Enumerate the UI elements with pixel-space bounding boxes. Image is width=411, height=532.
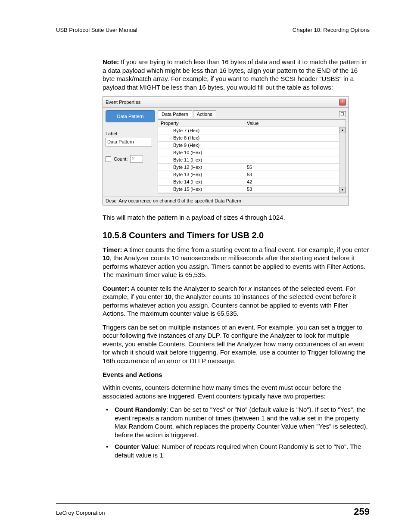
counter-label: Counter: bbox=[103, 285, 130, 292]
pin-icon[interactable] bbox=[339, 111, 346, 117]
counter-italic: x bbox=[248, 285, 252, 292]
cell-property: Byte 10 (Hex) bbox=[158, 149, 244, 156]
table-row[interactable]: Byte 10 (Hex) bbox=[158, 149, 346, 156]
counter-bold: 10 bbox=[164, 293, 171, 300]
scrollbar[interactable]: ▴ ▾ bbox=[339, 127, 346, 193]
cell-value[interactable]: 55 bbox=[244, 164, 346, 171]
count-checkbox[interactable] bbox=[106, 156, 111, 162]
cell-value[interactable] bbox=[244, 127, 346, 134]
data-pattern-button[interactable]: Data Pattern bbox=[106, 110, 155, 122]
event-properties-window: Event Properties × Data Pattern Label: D… bbox=[103, 96, 349, 205]
note-label: Note: bbox=[103, 58, 119, 65]
cell-property: Byte 14 (Hex) bbox=[158, 178, 244, 185]
table-row[interactable]: Byte 12 (Hex)55 bbox=[158, 164, 346, 171]
page-header: USB Protocol Suite User Manual Chapter 1… bbox=[56, 27, 370, 36]
header-left: USB Protocol Suite User Manual bbox=[56, 27, 137, 33]
cell-property: Byte 8 (Hex) bbox=[158, 134, 244, 141]
property-table: Property Value Byte 7 (Hex) Byte 8 (Hex)… bbox=[158, 119, 346, 193]
cell-value[interactable] bbox=[244, 149, 346, 156]
scroll-down-icon[interactable]: ▾ bbox=[339, 187, 346, 193]
cell-value[interactable] bbox=[244, 134, 346, 141]
table-row[interactable]: Byte 15 (Hex)53 bbox=[158, 186, 346, 193]
timer-label: Timer: bbox=[103, 246, 122, 253]
page-number: 259 bbox=[354, 506, 370, 517]
bullet-count-randomly: Count Randomly: Can be set to "Yes" or "… bbox=[103, 405, 370, 439]
count-input[interactable]: 2 bbox=[130, 155, 143, 163]
description-text: Desc: Any occurrence on channel 0 of the… bbox=[103, 196, 349, 205]
cell-property: Byte 15 (Hex) bbox=[158, 186, 244, 193]
label-caption: Label: bbox=[106, 131, 155, 136]
bullet-label: Count Randomly bbox=[115, 406, 166, 413]
cell-property: Byte 9 (Hex) bbox=[158, 142, 244, 149]
table-row[interactable]: Byte 8 (Hex) bbox=[158, 134, 346, 142]
after-shot-text: This will match the pattern in a payload… bbox=[103, 213, 370, 222]
col-header-property: Property bbox=[158, 120, 244, 127]
cell-property: Byte 11 (Hex) bbox=[158, 156, 244, 163]
table-row[interactable]: Byte 11 (Hex) bbox=[158, 156, 346, 164]
window-title: Event Properties bbox=[106, 100, 140, 105]
events-actions-heading: Events and Actions bbox=[103, 371, 370, 378]
scroll-up-icon[interactable]: ▴ bbox=[339, 127, 346, 133]
bullet-label: Counter Value bbox=[115, 443, 158, 450]
timer-bold: 10 bbox=[103, 254, 110, 261]
header-right: Chapter 10: Recording Options bbox=[293, 27, 370, 33]
label-input[interactable]: Data Pattern bbox=[106, 138, 152, 146]
cell-value[interactable]: 53 bbox=[244, 186, 346, 193]
bullet-counter-value: Counter Value: Number of repeats require… bbox=[103, 442, 370, 459]
events-actions-paragraph: Within events, counters determine how ma… bbox=[103, 383, 370, 400]
table-row[interactable]: Byte 13 (Hex)53 bbox=[158, 171, 346, 178]
cell-value[interactable] bbox=[244, 156, 346, 163]
cell-value[interactable] bbox=[244, 142, 346, 149]
note-paragraph: Note: If you are trying to match less th… bbox=[103, 58, 370, 91]
tab-data-pattern[interactable]: Data Pattern bbox=[158, 110, 192, 118]
timer-text-2: , the Analyzer counts 10 nanoseconds or … bbox=[103, 254, 365, 278]
section-heading: 10.5.8 Counters and Timers for USB 2.0 bbox=[103, 230, 370, 240]
window-titlebar: Event Properties × bbox=[103, 97, 349, 108]
cell-property: Byte 7 (Hex) bbox=[158, 127, 244, 134]
triggers-paragraph: Triggers can be set on multiple instance… bbox=[103, 323, 370, 365]
counter-text-1: A counter tells the Analyzer to search f… bbox=[130, 285, 249, 292]
footer-left: LeCroy Corporation bbox=[56, 510, 105, 516]
table-row[interactable]: Byte 7 (Hex) bbox=[158, 127, 346, 134]
cell-value[interactable]: 42 bbox=[244, 178, 346, 185]
count-label: Count: bbox=[114, 156, 128, 162]
col-header-value: Value bbox=[244, 120, 346, 127]
table-row[interactable]: Byte 9 (Hex) bbox=[158, 142, 346, 149]
timer-text-1: A timer counts the time from a starting … bbox=[122, 246, 369, 253]
tab-actions[interactable]: Actions bbox=[193, 110, 216, 118]
cell-property: Byte 13 (Hex) bbox=[158, 171, 244, 178]
page-footer: LeCroy Corporation 259 bbox=[56, 503, 370, 517]
timer-paragraph: Timer: A timer counts the time from a st… bbox=[103, 246, 370, 279]
cell-property: Byte 12 (Hex) bbox=[158, 164, 244, 171]
table-row[interactable]: Byte 14 (Hex)42 bbox=[158, 178, 346, 186]
counter-paragraph: Counter: A counter tells the Analyzer to… bbox=[103, 284, 370, 318]
close-icon[interactable]: × bbox=[339, 99, 346, 106]
note-text: If you are trying to match less than 16 … bbox=[103, 58, 367, 91]
cell-value[interactable]: 53 bbox=[244, 171, 346, 178]
